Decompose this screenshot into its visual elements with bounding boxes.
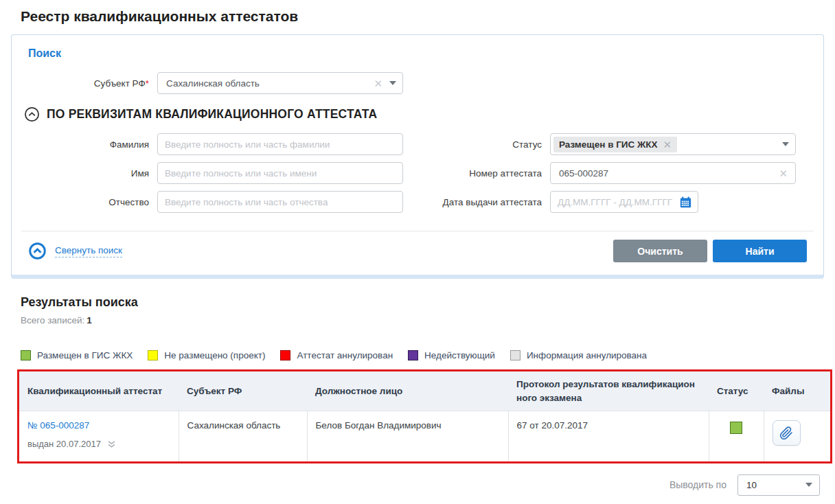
total-records-value: 1 bbox=[87, 315, 92, 325]
legend-swatch-gray bbox=[510, 350, 521, 360]
status-tag-remove-icon[interactable]: ✕ bbox=[662, 139, 674, 150]
expand-row-icon[interactable] bbox=[106, 439, 117, 449]
collapse-search[interactable]: Свернуть поиск bbox=[28, 242, 122, 260]
subject-label: Субъект РФ* bbox=[28, 78, 157, 89]
patronymic-input[interactable] bbox=[157, 191, 403, 213]
legend-swatch-purple bbox=[408, 350, 418, 360]
total-records-label: Всего записей: bbox=[21, 315, 84, 325]
status-select[interactable]: Размещен в ГИС ЖКХ ✕ bbox=[550, 133, 796, 155]
subject-input[interactable] bbox=[165, 78, 372, 89]
requisites-section-header: ПО РЕКВИЗИТАМ КВАЛИФИКАЦИОННОГО АТТЕСТАТ… bbox=[24, 106, 807, 122]
status-indicator bbox=[730, 422, 742, 434]
cell-protocol: 67 от 20.07.2017 bbox=[508, 411, 709, 461]
panel-footer: Свернуть поиск Очистить Найти bbox=[28, 231, 807, 268]
cell-files bbox=[764, 411, 830, 461]
table-row: № 065-000287 выдан 20.07.2017 Сахалинска… bbox=[19, 411, 830, 461]
cell-official: Белов Богдан Владимирович bbox=[307, 411, 508, 461]
collapse-search-icon[interactable] bbox=[28, 242, 47, 260]
patronymic-label: Отчество bbox=[28, 197, 157, 207]
subject-row: Субъект РФ* ✕ bbox=[28, 72, 807, 94]
cell-status bbox=[709, 411, 764, 461]
name-label: Имя bbox=[28, 168, 157, 179]
certificate-number-input[interactable] bbox=[558, 168, 777, 179]
issue-date-field[interactable]: ДД.ММ.ГГГГ - ДД.ММ.ГГГГ bbox=[550, 191, 698, 213]
subject-label-text: Субъект РФ bbox=[94, 78, 146, 89]
search-heading: Поиск bbox=[28, 47, 807, 60]
surname-input[interactable] bbox=[157, 133, 403, 155]
page-size-label: Выводить по bbox=[670, 479, 727, 490]
paperclip-icon bbox=[779, 426, 793, 440]
page-title: Реестр квалификационных аттестатов bbox=[21, 8, 835, 25]
find-button[interactable]: Найти bbox=[713, 240, 807, 262]
issue-date-label: Дата выдачи аттестата bbox=[403, 197, 550, 207]
cell-subject: Сахалинская область bbox=[179, 411, 307, 461]
legend-item-draft: Не размещено (проект) bbox=[148, 350, 265, 360]
status-tag-text: Размещен в ГИС ЖКХ bbox=[559, 139, 658, 150]
col-header-status: Статус bbox=[709, 371, 764, 411]
section-collapse-icon[interactable] bbox=[24, 106, 40, 122]
legend-label: Информация аннулирована bbox=[527, 350, 647, 360]
certificate-number-label: Номер аттестата bbox=[403, 168, 550, 179]
total-records: Всего записей:1 bbox=[21, 315, 835, 325]
legend-swatch-green bbox=[21, 350, 31, 360]
attachment-button[interactable] bbox=[773, 420, 801, 446]
legend-item-inactive: Недействующий bbox=[408, 350, 495, 360]
legend-label: Недействующий bbox=[424, 350, 495, 360]
calendar-icon[interactable] bbox=[680, 196, 691, 208]
search-form: Фамилия Имя Отчество Статус Размещен в Г… bbox=[28, 133, 807, 220]
page-size-dropdown-icon[interactable] bbox=[805, 483, 812, 487]
name-input[interactable] bbox=[157, 162, 403, 184]
subject-select[interactable]: ✕ bbox=[157, 72, 403, 94]
legend-item-info-annulled: Информация аннулирована bbox=[510, 350, 647, 360]
cell-certificate: № 065-000287 выдан 20.07.2017 bbox=[19, 411, 179, 461]
certificate-link[interactable]: № 065-000287 bbox=[27, 420, 89, 431]
status-label: Статус bbox=[403, 139, 550, 150]
collapse-search-link[interactable]: Свернуть поиск bbox=[55, 245, 122, 257]
subject-clear-icon[interactable]: ✕ bbox=[372, 78, 384, 89]
search-panel: Поиск Субъект РФ* ✕ ПО РЕКВИЗИТАМ КВАЛИФ… bbox=[11, 34, 824, 279]
form-right-column: Статус Размещен в ГИС ЖКХ ✕ Номер аттест… bbox=[403, 133, 796, 220]
form-left-column: Фамилия Имя Отчество bbox=[28, 133, 403, 220]
subject-dropdown-icon[interactable] bbox=[389, 81, 396, 85]
page-size-select[interactable]: 10 bbox=[737, 474, 820, 496]
legend-label: Не размещено (проект) bbox=[164, 350, 265, 360]
legend-swatch-yellow bbox=[148, 350, 158, 360]
required-asterisk: * bbox=[146, 78, 149, 89]
legend-swatch-red bbox=[280, 350, 290, 360]
status-dropdown-icon[interactable] bbox=[782, 142, 789, 146]
legend-item-annulled: Аттестат аннулирован bbox=[280, 350, 393, 360]
results-heading: Результаты поиска bbox=[21, 295, 835, 310]
status-tag: Размещен в ГИС ЖКХ ✕ bbox=[553, 137, 677, 152]
col-header-files: Файлы bbox=[764, 371, 830, 411]
pagination: Выводить по 10 bbox=[0, 474, 820, 496]
page-size-value: 10 bbox=[746, 480, 800, 490]
status-legend: Размещен в ГИС ЖКХ Не размещено (проект)… bbox=[21, 350, 835, 360]
legend-label: Размещен в ГИС ЖКХ bbox=[37, 350, 133, 360]
issue-date-placeholder: ДД.ММ.ГГГГ - ДД.ММ.ГГГГ bbox=[558, 197, 680, 207]
table-header-row: Квалификационный аттестат Субъект РФ Дол… bbox=[19, 371, 830, 411]
issued-date-text: выдан 20.07.2017 bbox=[27, 439, 101, 449]
surname-label: Фамилия bbox=[28, 139, 157, 150]
certificate-number-field[interactable]: ✕ bbox=[550, 162, 796, 184]
col-header-protocol: Протокол результатов квалификационного э… bbox=[508, 371, 709, 411]
col-header-subject: Субъект РФ bbox=[179, 371, 307, 411]
certificate-number-clear-icon[interactable]: ✕ bbox=[777, 168, 789, 179]
section-title: ПО РЕКВИЗИТАМ КВАЛИФИКАЦИОННОГО АТТЕСТАТ… bbox=[47, 107, 377, 122]
issued-date: выдан 20.07.2017 bbox=[27, 439, 170, 449]
clear-button[interactable]: Очистить bbox=[613, 240, 707, 262]
legend-item-placed: Размещен в ГИС ЖКХ bbox=[21, 350, 133, 360]
legend-label: Аттестат аннулирован bbox=[297, 350, 393, 360]
col-header-certificate: Квалификационный аттестат bbox=[19, 371, 179, 411]
results-table: Квалификационный аттестат Субъект РФ Дол… bbox=[19, 371, 830, 461]
col-header-official: Должностное лицо bbox=[307, 371, 508, 411]
results-table-highlight: Квалификационный аттестат Субъект РФ Дол… bbox=[17, 369, 832, 463]
